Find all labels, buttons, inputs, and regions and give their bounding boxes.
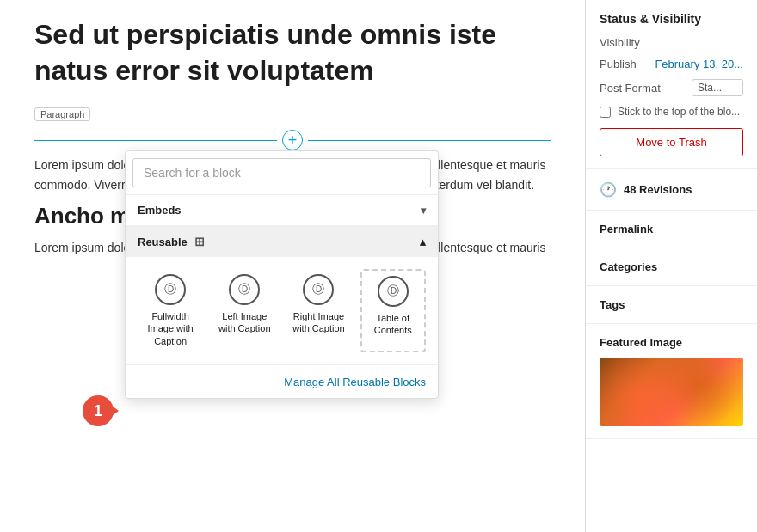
embeds-chevron: ▾ [421,205,426,217]
block-item-left-image[interactable]: Ⓓ Left Image with Caption [212,269,277,352]
divider-line-left [34,140,277,141]
stick-to-top-row: Stick to the top of the blo... [600,105,743,119]
reusable-section-header[interactable]: Reusable ⊞ ▴ [126,226,438,257]
publish-row: Publish February 13, 20... [600,58,743,70]
reusable-label: Reusable [138,235,188,248]
embeds-section-header[interactable]: Embeds ▾ [126,195,438,225]
move-to-trash-button[interactable]: Move to Trash [600,128,743,156]
block-item-fullwidth[interactable]: Ⓓ Fullwidth Image with Caption [138,269,203,352]
permalink-section[interactable]: Permalink [586,211,757,248]
block-item-toc[interactable]: Ⓓ Table of Contents [360,269,426,352]
featured-image-thumbnail[interactable] [600,358,743,426]
featured-image-section: Featured Image [586,324,757,439]
embeds-section: Embeds ▾ [126,195,438,226]
reusable-header-left: Reusable ⊞ [138,235,205,248]
block-inserter-popup: Embeds ▾ Reusable ⊞ ▴ Ⓓ Fullwidth Image … [125,150,439,399]
step-badge: 1 [83,395,114,426]
publish-value[interactable]: February 13, 20... [655,58,743,70]
toc-block-label: Table of Contents [367,312,419,337]
right-image-block-label: Right Image with Caption [291,310,346,335]
post-title[interactable]: Sed ut perspiciatis unde omnis iste natu… [34,17,551,89]
tags-section[interactable]: Tags [586,286,757,324]
paragraph-label: Paragraph [34,107,90,121]
embeds-label: Embeds [138,204,182,217]
post-format-input[interactable] [692,79,743,96]
search-input[interactable] [132,158,431,187]
left-image-block-icon: Ⓓ [229,274,260,305]
post-format-row: Post Format [600,79,743,96]
step-number: 1 [94,402,102,420]
status-visibility-title: Status & Visibility [600,12,743,26]
block-divider: + [34,130,551,150]
reusable-chevron: ▴ [420,235,426,248]
fullwidth-block-icon: Ⓓ [155,274,186,305]
reusable-icon: ⊞ [194,235,205,248]
visibility-row: Visibility [600,36,743,49]
categories-title: Categories [600,260,657,273]
stick-to-top-checkbox[interactable] [600,107,611,118]
status-visibility-section: Status & Visibility Visibility Publish F… [586,0,757,169]
reusable-section: Reusable ⊞ ▴ Ⓓ Fullwidth Image with Capt… [126,226,438,398]
blocks-grid: Ⓓ Fullwidth Image with Caption Ⓓ Left Im… [126,257,438,364]
manage-reusable-link[interactable]: Manage All Reusable Blocks [284,376,426,388]
publish-label: Publish [600,58,637,70]
revisions-row[interactable]: 🕐 48 Revisions [586,169,757,211]
divider-line-right [308,140,551,141]
sidebar: Status & Visibility Visibility Publish F… [585,0,757,532]
left-image-block-label: Left Image with Caption [217,310,272,335]
visibility-label: Visibility [600,36,640,49]
right-image-block-icon: Ⓓ [303,274,334,305]
editor-area: Sed ut perspiciatis unde omnis iste natu… [0,0,585,532]
toc-block-icon: Ⓓ [378,276,409,307]
featured-image-title: Featured Image [600,336,743,349]
categories-section[interactable]: Categories [586,248,757,286]
block-search-container [126,151,438,195]
fullwidth-block-label: Fullwidth Image with Caption [143,310,198,347]
permalink-title: Permalink [600,223,653,235]
post-format-label: Post Format [600,82,661,95]
stick-to-top-label: Stick to the top of the blo... [618,105,740,119]
manage-reusable-container: Manage All Reusable Blocks [126,364,438,398]
block-item-right-image[interactable]: Ⓓ Right Image with Caption [286,269,351,352]
add-block-button[interactable]: + [282,130,303,150]
revisions-label: 48 Revisions [624,183,692,196]
revisions-icon: 🕐 [600,181,617,198]
tags-title: Tags [600,298,625,311]
